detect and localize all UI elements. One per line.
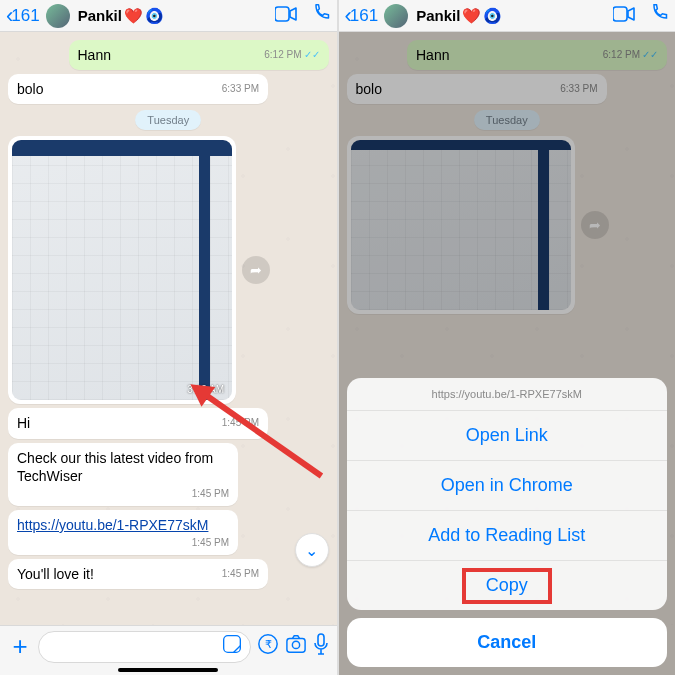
message-text: You'll love it! [17,566,94,582]
svg-text:₹: ₹ [264,638,271,650]
chat-header: ‹ 161 Pankil ❤️ 🧿 [339,0,676,32]
back-button[interactable]: ‹ 161 [6,5,40,27]
photo-thumbnail[interactable]: 3:10 AM [12,140,232,400]
message-text: Hann [78,47,111,63]
contact-name[interactable]: Pankil ❤️ 🧿 [416,7,502,25]
svg-rect-6 [318,634,324,646]
camera-icon[interactable] [285,634,307,659]
action-copy[interactable]: Copy [347,561,668,610]
svg-rect-0 [275,7,289,21]
message-time: 1:45 PM [17,487,229,500]
contact-name-text: Pankil [78,7,122,24]
video-call-icon[interactable] [275,4,297,27]
action-open-chrome[interactable]: Open in Chrome [347,461,668,511]
action-copy-label: Copy [486,575,528,595]
message-in-link[interactable]: https://youtu.be/1-RPXE77skM 1:45 PM [8,510,238,555]
message-in[interactable]: You'll love it! 1:45 PM [8,559,268,589]
attach-plus-icon[interactable]: + [8,631,32,662]
message-out[interactable]: Hann 6:12 PM✓✓ [69,40,329,70]
contact-name-text: Pankil [416,7,460,24]
action-open-link[interactable]: Open Link [347,411,668,461]
screenshot-left: ‹ 161 Pankil ❤️ 🧿 Hann 6:12 PM✓✓ bolo 6:… [0,0,338,675]
message-photo[interactable]: 3:10 AM ➦ [8,136,236,404]
contact-name[interactable]: Pankil ❤️ 🧿 [78,7,164,25]
message-time: 6:33 PM [222,82,259,95]
message-in[interactable]: Check our this latest video from TechWis… [8,443,238,506]
back-count: 161 [350,6,378,26]
chat-area: Hann 6:12 PM✓✓ bolo 6:33 PM Tuesday 3:10… [0,32,337,625]
heart-icon: ❤️ [124,7,143,25]
message-time: 1:45 PM [222,567,259,580]
mic-icon[interactable] [313,633,329,660]
message-time: 1:45 PM [222,416,259,429]
payment-icon[interactable]: ₹ [257,633,279,660]
date-separator: Tuesday [135,110,201,130]
avatar[interactable] [46,4,70,28]
message-in[interactable]: bolo 6:33 PM [8,74,268,104]
message-text: Check our this latest video from TechWis… [17,450,213,484]
chat-header: ‹ 161 Pankil ❤️ 🧿 [0,0,337,32]
svg-rect-7 [613,7,627,21]
back-button[interactable]: ‹ 161 [345,5,379,27]
heart-icon: ❤️ [462,7,481,25]
action-sheet: https://youtu.be/1-RPXE77skM Open Link O… [347,378,668,667]
message-input[interactable] [38,631,251,663]
message-text: Hi [17,415,30,431]
avatar[interactable] [384,4,408,28]
message-time: 6:12 PM✓✓ [264,48,319,61]
home-indicator [118,668,218,672]
svg-rect-1 [223,636,240,653]
link-text[interactable]: https://youtu.be/1-RPXE77skM [17,517,208,533]
forward-icon[interactable]: ➦ [242,256,270,284]
sticker-icon[interactable] [222,634,242,659]
voice-call-icon[interactable] [649,3,669,28]
video-call-icon[interactable] [613,4,635,27]
action-sheet-group: https://youtu.be/1-RPXE77skM Open Link O… [347,378,668,610]
voice-call-icon[interactable] [311,3,331,28]
message-in[interactable]: Hi 1:45 PM [8,408,268,438]
action-sheet-title: https://youtu.be/1-RPXE77skM [347,378,668,411]
message-text: bolo [17,81,43,97]
nazar-icon: 🧿 [145,7,164,25]
scroll-to-bottom-button[interactable]: ⌄ [295,533,329,567]
back-count: 161 [11,6,39,26]
action-reading-list[interactable]: Add to Reading List [347,511,668,561]
message-time: 1:45 PM [17,536,229,549]
photo-time: 3:10 AM [187,384,224,395]
svg-point-5 [292,641,299,648]
action-cancel[interactable]: Cancel [347,618,668,667]
screenshot-right: ‹ 161 Pankil ❤️ 🧿 Hann 6:12 PM✓✓ bolo 6:… [338,0,676,675]
nazar-icon: 🧿 [483,7,502,25]
